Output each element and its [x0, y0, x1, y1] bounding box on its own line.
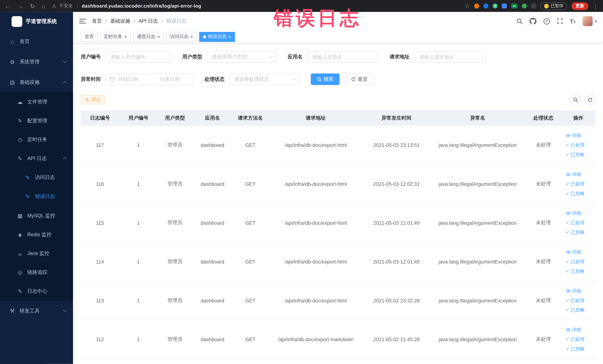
col-user-id: 用户编号 — [119, 114, 158, 121]
update-button[interactable]: 更新 — [571, 2, 588, 10]
detail-link[interactable]: 详细 — [566, 170, 581, 179]
github-icon[interactable] — [529, 18, 536, 24]
status-select[interactable]: 请选择处理状态 — [229, 73, 300, 85]
cell-log-id: 117 — [81, 142, 119, 148]
mark-ignored-link[interactable]: ✓已忽略 — [566, 228, 585, 237]
close-icon[interactable]: × — [124, 35, 127, 39]
font-size-icon[interactable]: TT — [570, 18, 576, 24]
sidebar-item-dev-tools[interactable]: ⚒ 研发工具 — [0, 300, 73, 321]
search-button[interactable]: 搜索 — [311, 73, 340, 85]
user-avatar-menu[interactable]: ▾ — [583, 16, 597, 26]
col-status: 处理状态 — [526, 114, 561, 121]
tab-schedule-log[interactable]: 调度日志 × — [133, 32, 164, 42]
sidebar-item-api-logs[interactable]: ✎ API 日志 — [0, 149, 73, 168]
address-bar[interactable]: ⚠ 不安全 | dashboard.yudao.iocoder.cn/infra… — [52, 3, 201, 9]
sidebar-item-infrastructure[interactable]: ▤ 基础设施 — [0, 72, 73, 92]
sidebar-item-error-log[interactable]: ✎ 错误日志 — [0, 187, 73, 206]
mark-processed-link[interactable]: ✓已处理 — [566, 257, 585, 266]
sidebar-item-config-management[interactable]: ✎ 配置管理 — [0, 111, 73, 130]
chevron-down-icon — [269, 54, 273, 58]
trace-icon: ◎ — [17, 269, 23, 275]
close-icon[interactable]: × — [157, 35, 160, 39]
app-logo[interactable]: 芋道管理系统 — [0, 12, 73, 31]
paused-label: 已暂停 — [551, 3, 563, 9]
tab-home[interactable]: 首页 — [81, 32, 98, 42]
extension-on-icon[interactable]: on — [511, 3, 518, 9]
extensions-pin-icon[interactable] — [531, 3, 536, 9]
app-name-input[interactable] — [307, 51, 379, 63]
breadcrumb-item-infrastructure[interactable]: 基础设施 — [110, 18, 130, 24]
sidebar-item-mysql-monitor[interactable]: ▦ MySQL 监控 — [0, 206, 73, 225]
vue-devtools-icon[interactable]: V — [493, 3, 498, 9]
tab-access-log[interactable]: 访问日志 × — [166, 32, 197, 42]
extension-icon[interactable] — [502, 3, 507, 9]
sidebar-item-access-log[interactable]: ✎ 访问日志 — [0, 168, 73, 187]
status-label: 处理状态 — [205, 76, 225, 83]
detail-link[interactable]: 详细 — [566, 325, 581, 334]
eye-icon — [566, 249, 571, 254]
refresh-table-button[interactable] — [584, 94, 595, 105]
sidebar-toggle-icon[interactable] — [79, 19, 86, 24]
cell-request-url: /api/infra/db-doc/export-html — [268, 298, 363, 303]
sidebar-item-redis-monitor[interactable]: ◈ Redis 监控 — [0, 225, 73, 244]
sidebar-item-system-management[interactable]: ⚙ 系统管理 — [0, 52, 73, 72]
sidebar-item-file-management[interactable]: ☁ 文件管理 — [0, 92, 73, 111]
mark-ignored-link[interactable]: ✓已忽略 — [566, 189, 585, 198]
export-button[interactable]: 导出 — [81, 95, 105, 104]
detail-link[interactable]: 详细 — [566, 131, 581, 140]
tab-label: 首页 — [84, 33, 94, 40]
search-icon[interactable] — [516, 18, 522, 24]
cell-exception-name: java.lang.IllegalArgumentException — [429, 181, 526, 187]
browser-reload-icon[interactable]: ↻ — [30, 3, 35, 9]
breadcrumb-item-home[interactable]: 首页 — [92, 18, 102, 24]
toggle-search-button[interactable] — [570, 94, 581, 105]
sidebar-item-log-center[interactable]: ✎ 日志中心 — [0, 282, 73, 301]
fullscreen-icon[interactable] — [557, 18, 563, 24]
paused-button[interactable]: 已暂停 — [540, 2, 567, 10]
browser-forward-icon[interactable]: → — [17, 3, 23, 9]
sidebar-item-java-monitor[interactable]: ☕ Java 监控 — [0, 244, 73, 263]
tools-icon: ⚒ — [9, 308, 15, 314]
sidebar-item-scheduled-tasks[interactable]: ◷ 定时任务 — [0, 130, 73, 149]
detail-link[interactable]: 详细 — [566, 208, 581, 218]
processed-label: 已处理 — [571, 140, 585, 150]
mark-processed-link[interactable]: ✓已处理 — [566, 296, 585, 305]
browser-back-icon[interactable]: ← — [5, 3, 10, 9]
ignored-label: 已忽略 — [571, 189, 585, 198]
mark-processed-link[interactable]: ✓已处理 — [566, 218, 585, 227]
close-icon[interactable]: × — [190, 35, 193, 39]
browser-home-icon[interactable]: ⌂ — [42, 3, 45, 9]
cell-app-name: dashboard — [192, 181, 233, 187]
user-type-select[interactable]: 请选择用户类型 — [207, 51, 277, 63]
exception-time-range-picker[interactable]: 开始日期 - 结束日期 — [105, 73, 194, 85]
cell-method: GET — [233, 298, 268, 303]
cell-method: GET — [233, 336, 268, 342]
tab-error-log[interactable]: 错误日志 × — [199, 32, 235, 42]
close-icon[interactable]: × — [228, 35, 231, 39]
reset-button[interactable]: 重置 — [345, 73, 374, 85]
sidebar-item-home[interactable]: ⌂ 首页 — [0, 31, 73, 52]
request-url-input[interactable] — [414, 51, 486, 63]
bookmark-star-icon[interactable]: ☆ — [465, 3, 470, 9]
tab-scheduled-tasks[interactable]: 定时任务 × — [100, 32, 131, 42]
cell-exception-name: java.lang.IllegalArgumentException — [429, 336, 526, 342]
extension-icon[interactable] — [474, 3, 479, 9]
mark-ignored-link[interactable]: ✓已忽略 — [566, 344, 585, 354]
browser-menu-kebab-icon[interactable]: ⋮ — [593, 3, 598, 9]
mark-processed-link[interactable]: ✓已处理 — [566, 179, 585, 188]
user-id-input[interactable] — [105, 51, 172, 63]
mark-ignored-link[interactable]: ✓已忽略 — [566, 267, 585, 276]
mark-processed-link[interactable]: ✓已处理 — [566, 335, 585, 344]
mark-ignored-link[interactable]: ✓已忽略 — [566, 150, 585, 159]
extension-icon[interactable] — [483, 3, 488, 9]
breadcrumb-item-api-logs[interactable]: API 日志 — [139, 18, 158, 24]
mark-ignored-link[interactable]: ✓已忽略 — [566, 305, 585, 315]
exception-time-label: 异常时间 — [81, 76, 101, 83]
detail-link[interactable]: 详细 — [566, 247, 581, 257]
extension-icon[interactable] — [522, 3, 527, 9]
sidebar-item-label: 文件管理 — [27, 98, 47, 105]
detail-link[interactable]: 详细 — [566, 286, 581, 295]
mark-processed-link[interactable]: ✓已处理 — [566, 140, 585, 150]
sidebar-item-tracing[interactable]: ◎ 链路追踪 — [0, 263, 73, 282]
help-icon[interactable]: ? — [543, 18, 550, 24]
